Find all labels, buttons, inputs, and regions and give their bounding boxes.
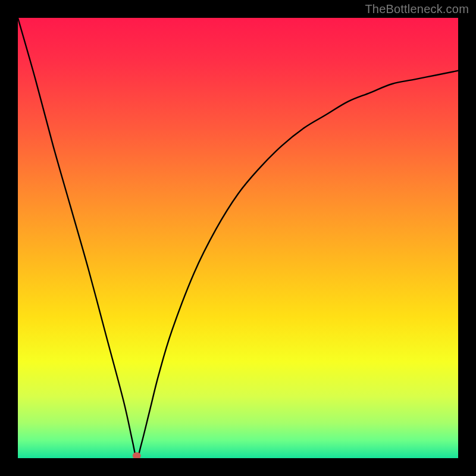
watermark-text: TheBottleneck.com	[365, 2, 469, 16]
chart-container: TheBottleneck.com	[0, 0, 476, 476]
plot-area	[18, 18, 458, 458]
chart-svg	[18, 18, 458, 458]
